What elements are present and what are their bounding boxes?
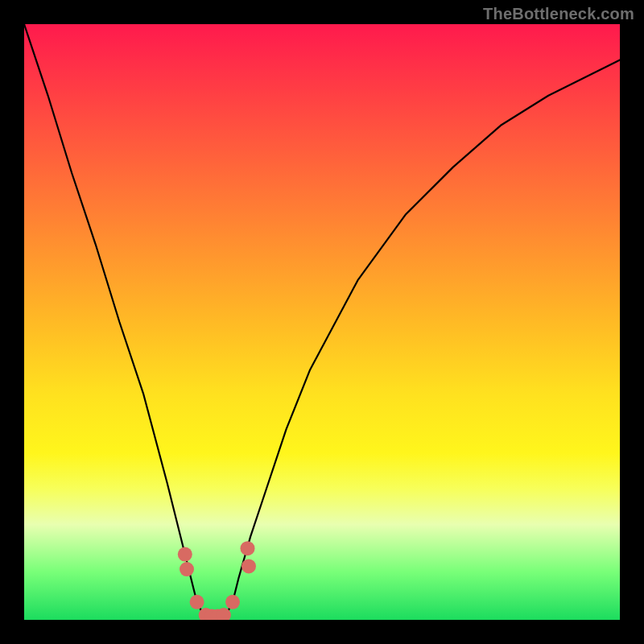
marker-dot bbox=[190, 595, 204, 609]
watermark-text: TheBottleneck.com bbox=[483, 5, 634, 23]
chart-frame: TheBottleneck.com bbox=[0, 0, 644, 644]
marker-dot bbox=[225, 595, 240, 609]
curve-svg bbox=[24, 24, 620, 620]
marker-dot bbox=[241, 541, 255, 555]
marker-dot bbox=[178, 547, 192, 562]
marker-group bbox=[178, 541, 256, 620]
marker-dot bbox=[180, 562, 194, 576]
bottleneck-curve bbox=[24, 24, 620, 620]
marker-dot bbox=[242, 559, 256, 573]
plot-area bbox=[24, 24, 620, 620]
